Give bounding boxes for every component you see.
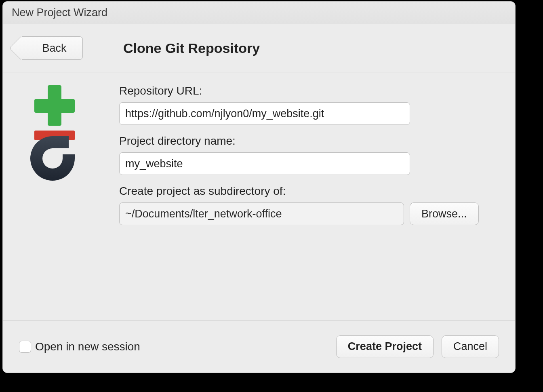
dir-name-label: Project directory name: [119,135,499,148]
browse-button[interactable]: Browse... [410,202,479,225]
checkbox-icon [19,341,31,353]
window-title: New Project Wizard [12,6,107,19]
dir-name-input[interactable] [119,152,410,175]
wizard-footer: Open in new session Create Project Cance… [3,320,515,373]
back-button[interactable]: Back [22,36,83,60]
wizard-header: Back Clone Git Repository [3,24,515,72]
open-new-session-label: Open in new session [35,340,140,353]
svg-rect-1 [34,99,75,113]
open-new-session-checkbox[interactable]: Open in new session [19,340,140,353]
subdir-input[interactable] [119,202,404,225]
wizard-body: Repository URL: Project directory name: … [3,72,515,320]
create-project-button[interactable]: Create Project [336,335,434,358]
cancel-button[interactable]: Cancel [442,335,499,358]
subdir-row: Browse... [119,202,499,225]
repo-url-label: Repository URL: [119,84,499,97]
footer-buttons: Create Project Cancel [336,335,499,358]
form: Repository URL: Project directory name: … [119,84,499,320]
titlebar: New Project Wizard [3,2,515,24]
page-title: Clone Git Repository [123,40,260,56]
wizard-dialog: New Project Wizard Back Clone Git Reposi… [2,1,516,373]
back-button-label: Back [42,42,66,55]
subdir-label: Create project as subdirectory of: [119,185,499,198]
git-icon [22,84,91,320]
repo-url-input[interactable] [119,102,410,125]
